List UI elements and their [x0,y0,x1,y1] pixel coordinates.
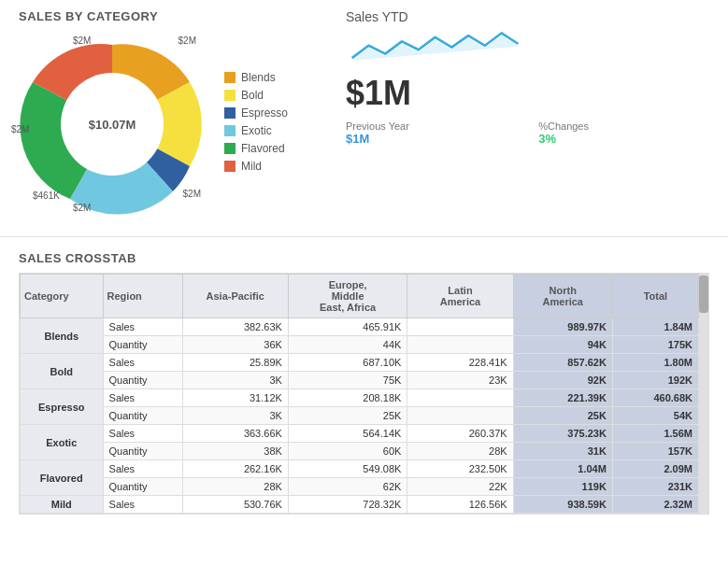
data-cell: 3K [182,407,288,425]
region-cell: Sales [103,354,182,372]
sales-crosstab: SALES CROSSTAB Category Region Asia-Paci… [0,247,728,515]
data-cell: 857.62K [513,354,612,372]
data-cell: 25K [513,407,612,425]
sales-by-category: SALES BY CATEGORY [19,9,318,218]
category-mild: Mild [21,496,104,514]
data-cell: 28K [182,478,288,496]
data-cell [407,336,513,354]
legend-color-exotic [224,125,236,136]
data-cell: 728.32K [288,496,407,514]
segment-label-5: $2M [73,203,91,213]
data-cell: 262.16K [182,460,288,478]
th-latin-america: LatinAmerica [407,275,513,318]
legend: Blends Bold Espresso Exotic [224,71,288,177]
ytd-changes-value: 3% [538,132,589,146]
data-cell: 119K [513,478,612,496]
table-row: Exotic Sales 363.66K 564.14K 260.37K 375… [21,425,699,443]
ytd-value: $1M [346,74,709,113]
category-bold: Bold [21,354,104,389]
data-cell: 938.59K [513,496,612,514]
table-header-row: Category Region Asia-Pacific Europe,Midd… [21,275,699,318]
table-scroll-container[interactable]: Category Region Asia-Pacific Europe,Midd… [20,274,708,514]
donut-container: $2M $2M $2M $461K $2M $2M $10.07M Blends [19,31,318,218]
segment-label-6: $2M [183,189,201,199]
legend-item-exotic: Exotic [224,124,288,137]
crosstab-title: SALES CROSSTAB [19,251,709,265]
data-cell [407,389,513,407]
ytd-meta: Previous Year $1M %Changes 3% [346,120,589,146]
ytd-prev-year-value: $1M [346,132,409,146]
ytd-changes: %Changes 3% [538,120,589,146]
legend-label-flavored: Flavored [241,142,285,155]
data-cell: 31K [513,443,612,460]
legend-item-mild: Mild [224,160,288,173]
data-cell: 2.09M [612,460,698,478]
data-cell: 192K [612,372,698,389]
legend-item-blends: Blends [224,71,288,84]
donut-chart: $2M $2M $2M $461K $2M $2M $10.07M [19,31,206,218]
ytd-previous-year: Previous Year $1M [346,120,409,146]
table-row: Mild Sales 530.76K 728.32K 126.56K 938.5… [21,496,699,514]
data-cell: 1.04M [513,460,612,478]
data-cell: 28K [407,443,513,460]
ytd-title: Sales YTD [346,9,709,24]
region-cell: Quantity [103,372,182,389]
data-cell: 1.56M [612,425,698,443]
table-row: Blends Sales 382.63K 465.91K 989.97K 1.8… [21,318,699,336]
data-cell: 92K [513,372,612,389]
segment-label-1: $2M [73,35,91,46]
ytd-prev-year-label: Previous Year [346,120,409,132]
legend-color-bold [224,90,236,101]
th-region: Region [103,275,182,318]
data-cell: 22K [407,478,513,496]
table-wrapper: Category Region Asia-Pacific Europe,Midd… [19,273,709,515]
category-exotic: Exotic [21,425,104,460]
legend-color-flavored [224,143,236,154]
data-cell: 232.50K [407,460,513,478]
data-cell [407,407,513,425]
ytd-sparkline [346,29,533,66]
legend-item-flavored: Flavored [224,142,288,155]
data-cell: 382.63K [182,318,288,336]
page-container: SALES BY CATEGORY [0,0,728,515]
th-asia-pacific: Asia-Pacific [182,275,288,318]
data-cell: 175K [612,336,698,354]
data-cell: 94K [513,336,612,354]
table-inner: Category Region Asia-Pacific Europe,Midd… [20,274,699,514]
data-cell: 75K [288,372,407,389]
scrollbar[interactable] [699,274,708,514]
th-europe: Europe,MiddleEast, Africa [288,275,407,318]
legend-color-espresso [224,107,236,119]
th-north-america: NorthAmerica [513,275,612,318]
legend-color-blends [224,72,236,83]
data-cell: 460.68K [612,389,698,407]
data-cell: 44K [288,336,407,354]
segment-label-4: $461K [33,191,60,201]
legend-label-exotic: Exotic [241,124,272,137]
region-cell: Quantity [103,407,182,425]
data-cell: 126.56K [407,496,513,514]
region-cell: Sales [103,460,182,478]
table-row: Bold Sales 25.89K 687.10K 228.41K 857.62… [21,354,699,372]
legend-label-espresso: Espresso [241,106,288,120]
data-cell: 221.39K [513,389,612,407]
data-cell: 231K [612,478,698,496]
data-cell: 31.12K [182,389,288,407]
data-cell: 687.10K [288,354,407,372]
segment-label-3: $2M [11,124,29,134]
sales-by-category-title: SALES BY CATEGORY [19,9,318,23]
region-cell: Quantity [103,478,182,496]
data-cell: 549.08K [288,460,407,478]
donut-center-value: $10.07M [89,118,136,132]
data-cell: 375.23K [513,425,612,443]
category-blends: Blends [21,318,104,354]
sales-ytd: Sales YTD $1M Previous Year $1M %Changes… [318,9,709,146]
region-cell: Quantity [103,336,182,354]
table-row: Espresso Sales 31.12K 208.18K 221.39K 46… [21,389,699,407]
data-cell: 25K [288,407,407,425]
section-divider [0,236,728,237]
region-cell: Quantity [103,443,182,460]
legend-label-blends: Blends [241,71,276,84]
crosstab-table: Category Region Asia-Pacific Europe,Midd… [20,274,699,514]
scrollbar-thumb[interactable] [699,275,708,313]
